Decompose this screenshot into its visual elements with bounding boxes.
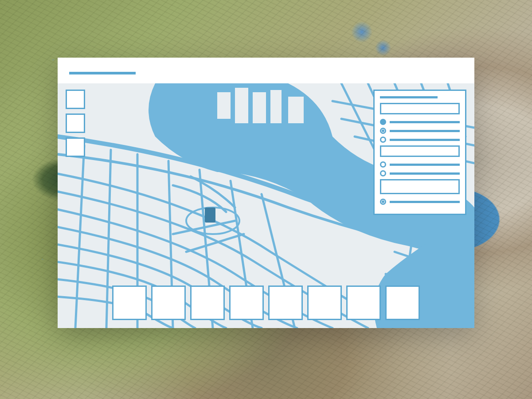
thumbnail-8[interactable] xyxy=(385,286,420,320)
options-panel xyxy=(373,90,466,215)
option-label-placeholder xyxy=(390,139,460,141)
radio-icon[interactable] xyxy=(380,199,386,205)
tool-button-2[interactable] xyxy=(66,113,85,133)
thumbnail-4[interactable] xyxy=(229,286,264,320)
map-tools xyxy=(66,90,85,157)
panel-field-1[interactable] xyxy=(380,103,460,114)
option-label-placeholder xyxy=(390,121,460,123)
option-row[interactable] xyxy=(380,170,460,176)
panel-group-3 xyxy=(380,179,460,205)
tool-button-3[interactable] xyxy=(66,137,85,157)
panel-field-3[interactable] xyxy=(380,179,460,194)
radio-icon[interactable] xyxy=(380,137,386,143)
svg-rect-31 xyxy=(205,207,215,223)
thumbnail-7[interactable] xyxy=(346,286,381,320)
option-row[interactable] xyxy=(380,199,460,205)
thumbnail-5[interactable] xyxy=(268,286,303,320)
option-row[interactable] xyxy=(380,161,460,168)
svg-rect-2 xyxy=(235,88,248,123)
window-titlebar xyxy=(58,58,474,83)
tool-button-1[interactable] xyxy=(66,90,85,109)
option-label-placeholder xyxy=(390,164,460,166)
thumbnail-6[interactable] xyxy=(307,286,342,320)
option-row[interactable] xyxy=(380,119,460,125)
svg-rect-4 xyxy=(270,90,282,123)
svg-rect-1 xyxy=(217,92,231,119)
radio-icon[interactable] xyxy=(380,161,386,168)
panel-group-1 xyxy=(380,103,460,143)
option-label-placeholder xyxy=(390,172,460,175)
thumbnail-2[interactable] xyxy=(151,286,186,320)
window-title-placeholder xyxy=(69,72,136,74)
svg-rect-5 xyxy=(288,97,304,123)
panel-group-2 xyxy=(380,145,460,176)
thumbnail-1[interactable] xyxy=(112,286,147,320)
map-viewport[interactable] xyxy=(58,83,474,328)
option-row[interactable] xyxy=(380,128,460,134)
radio-icon[interactable] xyxy=(380,170,386,176)
option-row[interactable] xyxy=(380,137,460,143)
thumbnail-3[interactable] xyxy=(190,286,225,320)
option-label-placeholder xyxy=(390,201,460,203)
panel-field-2[interactable] xyxy=(380,145,460,157)
thumbnail-strip xyxy=(112,286,420,320)
panel-title-placeholder xyxy=(380,96,438,98)
app-window xyxy=(58,58,474,328)
svg-rect-3 xyxy=(253,92,266,123)
radio-selected-icon[interactable] xyxy=(380,119,386,125)
radio-icon[interactable] xyxy=(380,128,386,134)
option-label-placeholder xyxy=(390,130,460,132)
